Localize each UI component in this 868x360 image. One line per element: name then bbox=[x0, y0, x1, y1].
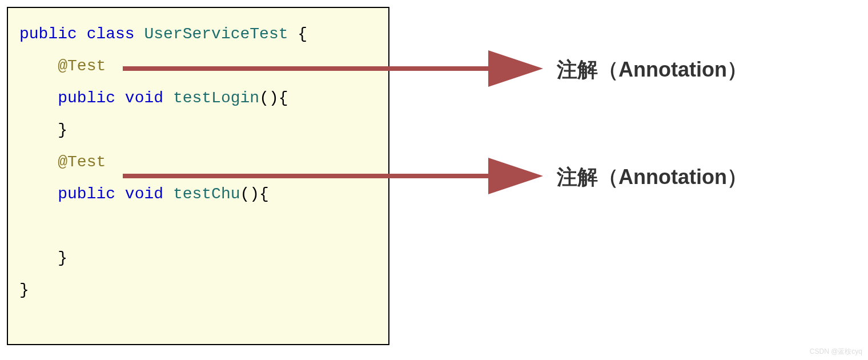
space bbox=[77, 26, 87, 42]
space bbox=[163, 90, 173, 106]
arrow-icon bbox=[123, 165, 545, 193]
annotation-test: @Test bbox=[58, 58, 106, 74]
keyword-void: void bbox=[125, 90, 163, 106]
indent bbox=[19, 122, 58, 138]
method-name: testLogin bbox=[173, 90, 259, 106]
arrow-icon bbox=[123, 57, 545, 86]
watermark: CSDN @蓝桉cyq bbox=[810, 347, 862, 357]
code-line-4: } bbox=[19, 114, 377, 146]
brace-open: { bbox=[288, 26, 308, 42]
class-name: UserServiceTest bbox=[144, 26, 288, 42]
keyword-public: public bbox=[58, 90, 115, 106]
callout-annotation-label: 注解（Annotation） bbox=[557, 56, 748, 84]
annotation-test: @Test bbox=[58, 154, 106, 170]
code-line-7 bbox=[19, 210, 377, 242]
indent bbox=[19, 90, 58, 106]
keyword-public: public bbox=[19, 26, 77, 42]
space bbox=[115, 90, 125, 106]
brace-close: } bbox=[19, 282, 29, 298]
keyword-public: public bbox=[58, 186, 115, 202]
code-line-9: } bbox=[19, 274, 377, 306]
space bbox=[135, 26, 144, 42]
code-line-1: public class UserServiceTest { bbox=[19, 18, 377, 50]
code-line-3: public void testLogin (){ bbox=[19, 82, 377, 114]
indent bbox=[19, 58, 58, 74]
keyword-class: class bbox=[87, 26, 135, 42]
brace-close: } bbox=[58, 250, 67, 266]
parens-brace: (){ bbox=[259, 90, 288, 106]
code-line-8: } bbox=[19, 242, 377, 274]
indent bbox=[19, 154, 58, 170]
indent bbox=[19, 186, 58, 202]
indent bbox=[19, 250, 58, 266]
brace-close: } bbox=[58, 122, 67, 138]
callout-annotation-label: 注解（Annotation） bbox=[557, 163, 748, 191]
